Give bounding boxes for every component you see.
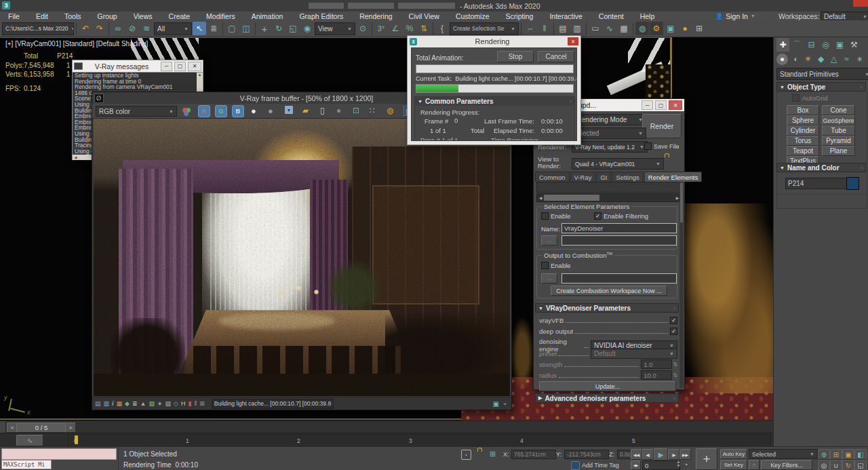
primitive-geosphere-button[interactable]: GeoSphere — [822, 115, 855, 125]
cancel-button[interactable]: Cancel — [538, 51, 574, 62]
checkbox[interactable] — [792, 94, 800, 102]
field-of-view-icon[interactable]: ◎ — [818, 460, 830, 470]
next-frame-button[interactable]: > — [65, 423, 76, 433]
combustion-enable-checkbox[interactable]: Enable — [541, 262, 571, 269]
use-pivot-point-icon[interactable]: ⊙ — [356, 22, 370, 35]
menu-civil-view[interactable]: Civil View — [401, 12, 448, 20]
scene-undo-icon[interactable]: ↶ — [79, 22, 92, 35]
next-key-button[interactable]: |▶ — [668, 449, 679, 460]
checkbox-checked[interactable]: ✓ — [670, 328, 677, 335]
tab-motion-icon[interactable]: ◎ — [819, 38, 832, 52]
preset-dropdown-disabled[interactable]: Default▼ — [591, 349, 677, 359]
selection-filter-dropdown[interactable]: All▼ — [154, 22, 192, 35]
autogrid-checkbox[interactable]: AutoGrid — [792, 94, 828, 102]
tab-common[interactable]: Common — [535, 172, 570, 182]
select-and-scale-icon[interactable]: ◱ — [286, 22, 300, 35]
radius-field[interactable]: 10.0 — [641, 370, 672, 380]
primitive-torus-button[interactable]: Torus — [787, 136, 819, 146]
scroll-left-icon[interactable]: ◀ — [537, 195, 544, 200]
go-to-end-button[interactable]: ▶▶ — [679, 449, 691, 460]
rendered-image[interactable] — [94, 119, 510, 396]
clipboard-icon[interactable]: ▯ — [320, 106, 325, 115]
named-selection-set-dropdown[interactable]: Create Selection Se▼ — [450, 22, 519, 35]
menu-create[interactable]: Create — [161, 12, 199, 20]
fb-icc-icon[interactable]: ‖ — [194, 400, 197, 407]
go-to-start-button[interactable]: ◀◀ — [631, 449, 642, 460]
fb-color-corrections-icon[interactable]: ◆ — [125, 400, 130, 407]
minimize-icon[interactable]: ─ — [642, 100, 653, 110]
checkbox-checked[interactable]: ✓ — [670, 317, 677, 324]
tab-vray[interactable]: V-Ray — [570, 172, 596, 182]
create-combustion-workspace-button[interactable]: Create Combustion Workspace Now ... — [551, 286, 667, 296]
close-icon[interactable]: ✕ — [669, 100, 682, 110]
blue-channel-button[interactable]: B — [232, 105, 244, 117]
angle-snap-icon[interactable]: ∠ — [389, 22, 402, 35]
menu-interactive[interactable]: Interactive — [541, 12, 590, 20]
save-file-browse-button[interactable]: ... — [674, 142, 679, 149]
play-button[interactable]: ▶ — [654, 448, 668, 461]
fb-lut-icon[interactable]: ◇ — [174, 400, 178, 407]
monochrome-icon[interactable]: ● — [251, 106, 256, 116]
app-close-button[interactable] — [853, 0, 868, 7]
rendering-dialog-titlebar[interactable]: 3 Rendering ✕ — [408, 36, 580, 47]
update-button[interactable]: Update... — [539, 381, 676, 391]
select-and-rotate-icon[interactable]: ↻ — [272, 22, 285, 35]
common-parameters-header[interactable]: ▼Common Parameters▫ — [415, 97, 574, 106]
render-elements-list[interactable] — [536, 182, 680, 193]
grid-snap-grid-icon[interactable]: ⊞ — [692, 22, 706, 35]
enable-filtering-checkbox[interactable]: ✓Enable Filtering — [594, 212, 648, 220]
ribbon-toggle-icon[interactable]: ▭ — [589, 22, 602, 35]
menu-file[interactable]: File — [0, 12, 28, 20]
tab-create-icon[interactable]: ✚ — [776, 38, 789, 52]
space-warps-icon[interactable]: ≈ — [841, 52, 852, 66]
time-slider-handle[interactable]: 0 / 5 — [16, 423, 66, 433]
signin-button[interactable]: 👤Sign In▼ — [715, 12, 755, 20]
cameras-icon[interactable]: ◆ — [815, 52, 827, 66]
primitive-cone-button[interactable]: Cone — [822, 105, 855, 115]
menu-scripting[interactable]: Scripting — [498, 12, 542, 20]
primitive-pyramid-button[interactable]: Pyramid — [822, 136, 855, 146]
strength-field[interactable]: 1.0 — [641, 359, 672, 369]
green-channel-button[interactable]: G — [215, 105, 227, 117]
snaps-toggle-icon[interactable]: 3° — [374, 22, 388, 35]
primitive-tube-button[interactable]: Tube — [822, 125, 855, 136]
layer-explorer-icon[interactable]: ▥ — [570, 22, 584, 35]
spinner-icon[interactable]: ⇅ — [673, 372, 677, 378]
select-and-move-icon[interactable]: + — [258, 22, 271, 35]
scroll-left-icon[interactable]: ◀ — [73, 155, 79, 159]
alpha-channel-icon[interactable]: ● — [268, 106, 273, 116]
workspace-dropdown[interactable]: Default▼ — [821, 12, 868, 21]
zoom-all-icon[interactable]: ⊞ — [830, 449, 842, 460]
bind-to-space-warp-icon[interactable]: ≋ — [140, 22, 153, 35]
fb-srgb-icon[interactable]: ▮ — [188, 400, 191, 407]
track-bar-ruler[interactable]: 0 1 2 3 4 5 — [68, 434, 771, 447]
maximize-viewport-icon[interactable]: ◱ — [854, 460, 867, 470]
previous-key-button[interactable]: ◀| — [642, 449, 654, 460]
shapes-icon[interactable]: ◖ — [789, 52, 801, 66]
menu-tools[interactable]: Tools — [56, 12, 90, 20]
elements-h-scrollbar[interactable]: ◀ ▶ — [536, 193, 682, 202]
save-image-icon[interactable]: ▼ — [285, 106, 293, 114]
fb-white-balance-icon[interactable]: ∗ — [157, 400, 163, 407]
checkbox[interactable] — [541, 262, 549, 269]
load-image-icon[interactable]: ▰ — [302, 106, 309, 115]
scroll-up-icon[interactable]: ▲ — [197, 73, 203, 77]
fb-levels-icon[interactable]: ≣ — [132, 400, 138, 407]
combustion-path-input[interactable] — [561, 273, 677, 283]
render-last-icon[interactable]: ◍ — [387, 106, 393, 115]
current-frame-field[interactable]: 0 — [642, 461, 680, 470]
render-production-icon[interactable]: ● — [678, 22, 692, 35]
transform-gizmo-icon[interactable]: ⊞ — [490, 450, 496, 458]
menu-graph-editors[interactable]: Graph Editors — [291, 12, 351, 20]
menu-customize[interactable]: Customize — [448, 12, 498, 20]
fb-ocio-icon[interactable]: H — [181, 400, 186, 407]
fb-layers-icon[interactable]: ▥ — [104, 400, 110, 407]
render-setup-icon[interactable]: ⚙ — [650, 22, 663, 35]
select-and-place-icon[interactable]: ◉ — [300, 22, 314, 35]
menu-content[interactable]: Content — [591, 12, 632, 20]
fb-curve-icon[interactable]: ▲ — [140, 400, 146, 407]
window-crossing-icon[interactable]: ◫ — [239, 22, 253, 35]
renderer-dropdown[interactable]: V-Ray Next, update 1.2▼ — [572, 141, 648, 153]
key-mode-icon[interactable]: ∩ — [749, 460, 760, 470]
x-coordinate-field[interactable]: 765.2741cm — [511, 450, 556, 459]
